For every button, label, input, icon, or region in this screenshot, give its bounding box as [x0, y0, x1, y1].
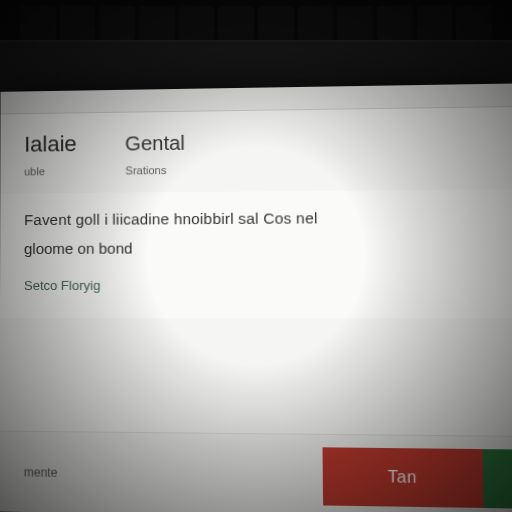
dialog-header: Ialaie Gental: [0, 107, 512, 166]
subtab-2[interactable]: Srations: [125, 164, 166, 176]
body-text-line-2: gloome on bond: [24, 235, 505, 260]
body-link[interactable]: Setco Floryig: [24, 278, 100, 293]
dialog-footer: mente Tan: [0, 431, 512, 512]
body-text-line-1: Favent goll i liicadine hnoibbirl sal Co…: [24, 206, 505, 232]
dialog-body: Favent goll i liicadine hnoibbirl sal Co…: [0, 189, 512, 319]
dialog-window: Ialaie Gental uble Srations Favent goll …: [0, 106, 512, 512]
primary-action-button[interactable]: Tan: [323, 447, 484, 508]
tab-side[interactable]: Gental: [125, 132, 185, 156]
screen: Ialaie Gental uble Srations Favent goll …: [0, 83, 512, 512]
footer-note: mente: [24, 465, 58, 480]
tab-main[interactable]: Ialaie: [24, 131, 77, 157]
secondary-action-button[interactable]: [483, 449, 512, 509]
footer-button-group: Tan: [323, 447, 512, 508]
monitor-frame: Ialaie Gental uble Srations Favent goll …: [0, 40, 512, 512]
background-keyboard: [0, 6, 512, 40]
subtab-1[interactable]: uble: [24, 165, 45, 177]
dialog-subtabs: uble Srations: [0, 160, 512, 193]
